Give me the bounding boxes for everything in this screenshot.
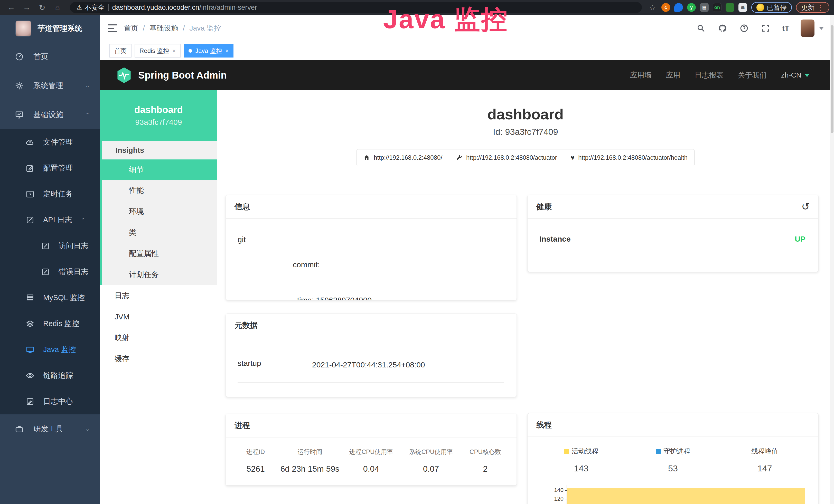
page-scrollbar[interactable]: [830, 15, 834, 504]
sidebar-item-api-logs[interactable]: API 日志 ⌃: [0, 207, 100, 233]
profile-paused-badge[interactable]: 已暂停: [751, 2, 792, 13]
avatar-caret-icon[interactable]: [819, 27, 824, 30]
sba-item-mappings[interactable]: 映射: [100, 327, 217, 348]
live-threads-area: [567, 488, 805, 504]
bookmark-star-icon[interactable]: ☆: [648, 3, 657, 12]
back-icon[interactable]: ←: [5, 3, 18, 12]
sidebar-item-log-center[interactable]: 日志中心: [0, 388, 100, 414]
sidebar-item-file-management[interactable]: 文件管理: [0, 129, 100, 155]
sidebar-item-scheduled-jobs[interactable]: 定时任务: [0, 181, 100, 207]
breadcrumb-infrastructure[interactable]: 基础设施: [150, 23, 178, 33]
breadcrumb-current: Java 监控: [190, 23, 221, 33]
navbar-tools: tT: [696, 20, 824, 37]
extension-icon-1[interactable]: c: [661, 3, 670, 12]
tag-home[interactable]: 首页: [109, 44, 132, 58]
locale-selector[interactable]: zh-CN: [781, 71, 810, 79]
sba-nav-applications[interactable]: 应用: [666, 70, 680, 80]
sidebar-item-home[interactable]: 首页: [0, 42, 100, 71]
sba-item-scheduled-tasks[interactable]: 计划任务: [102, 264, 217, 285]
legend-value: 143: [535, 463, 627, 474]
sidebar-item-dev-tools[interactable]: 研发工具 ⌄: [0, 414, 100, 443]
sba-item-details[interactable]: 细节: [102, 159, 217, 180]
extension-icon-6[interactable]: [726, 3, 734, 12]
instance-header[interactable]: dashboard 93a3fc7f7409: [100, 90, 217, 141]
font-size-icon[interactable]: tT: [782, 24, 789, 32]
forward-icon[interactable]: →: [20, 3, 34, 12]
home-icon[interactable]: ⌂: [51, 3, 64, 12]
puzzle-extensions-icon[interactable]: ☗: [739, 3, 747, 12]
health-url-chip[interactable]: ♥ http://192.168.0.2:48080/actuator/heal…: [564, 149, 695, 166]
timer-icon: [26, 190, 35, 199]
tag-label: 首页: [114, 47, 127, 55]
extension-icon-4[interactable]: ▦: [700, 3, 709, 12]
sidebar-item-redis-monitor[interactable]: Redis 监控: [0, 311, 100, 337]
legend-value: 53: [627, 463, 719, 474]
actuator-url-chip[interactable]: http://192.168.0.2:48080/actuator: [449, 149, 564, 166]
sba-nav-about[interactable]: 关于我们: [738, 70, 767, 80]
extension-icon-5[interactable]: on: [713, 3, 722, 12]
close-icon[interactable]: ×: [225, 47, 228, 54]
legend-label: 守护进程: [663, 447, 690, 456]
briefcase-icon: [15, 425, 24, 433]
sidebar-item-label: 错误日志: [59, 267, 88, 277]
reload-icon[interactable]: ↻: [36, 3, 49, 12]
sidebar-item-config-management[interactable]: 配置管理: [0, 155, 100, 181]
sba-item-jvm[interactable]: JVM: [100, 306, 217, 327]
sba-item-environment[interactable]: 环境: [102, 201, 217, 222]
sidebar-item-label: 定时任务: [43, 189, 73, 199]
sidebar-item-error-logs[interactable]: 错误日志: [0, 259, 100, 285]
sidebar-item-label: 日志中心: [43, 396, 73, 407]
tag-redis-monitor[interactable]: Redis 监控 ×: [135, 44, 180, 58]
extension-icon-2[interactable]: [674, 3, 683, 12]
chevron-down-icon: ⌄: [85, 426, 90, 432]
process-value-pid: 5261: [232, 464, 279, 474]
fullscreen-icon[interactable]: [761, 23, 771, 33]
health-row-label: Instance: [540, 235, 571, 244]
sba-item-config-props[interactable]: 配置属性: [102, 243, 217, 264]
sba-item-caches[interactable]: 缓存: [100, 348, 217, 369]
extension-icon-3[interactable]: y: [687, 3, 696, 12]
sidebar-item-infrastructure[interactable]: 基础设施 ⌃: [0, 100, 100, 129]
endpoint-chips: http://192.168.0.2:48080/ http://192.168…: [217, 149, 834, 166]
sidebar-item-java-monitor[interactable]: Java 监控: [0, 337, 100, 363]
github-icon[interactable]: [717, 23, 728, 33]
infrastructure-submenu: 文件管理 配置管理 定时任务 API 日志 ⌃ 访问日志: [0, 129, 100, 414]
hamburger-icon[interactable]: [108, 24, 117, 32]
threads-area-chart: 140 120 100: [528, 484, 818, 504]
sidebar-item-system[interactable]: 系统管理 ⌄: [0, 71, 100, 100]
search-icon[interactable]: [696, 23, 706, 33]
chip-url: http://192.168.0.2:48080/actuator/health: [578, 154, 687, 161]
legend-value: 147: [719, 463, 811, 474]
sba-nav-wallboard[interactable]: 应用墙: [630, 70, 652, 80]
sba-nav-journal[interactable]: 日志报表: [695, 70, 724, 80]
gear-icon: [15, 82, 24, 90]
sba-item-logging[interactable]: 日志: [100, 285, 217, 306]
breadcrumb-home[interactable]: 首页: [124, 23, 138, 33]
chrome-update-button[interactable]: 更新 ⋮: [796, 2, 829, 13]
legend-label: 活动线程: [572, 447, 598, 456]
close-icon[interactable]: ×: [172, 47, 176, 54]
app-logo-row[interactable]: 芋道管理系统: [0, 15, 100, 42]
sidebar-item-mysql-monitor[interactable]: MySQL 监控: [0, 285, 100, 311]
user-avatar[interactable]: [800, 20, 814, 37]
annotation-overlay: Java 监控: [383, 2, 508, 37]
sba-item-classes[interactable]: 类: [102, 222, 217, 243]
sidebar-item-tracing[interactable]: 链路追踪: [0, 363, 100, 388]
address-bar[interactable]: ⚠ 不安全 dashboard.yudao.iocoder.cn/infra/a…: [70, 2, 642, 13]
process-header-uptime: 运行时间: [279, 448, 340, 456]
chip-url: http://192.168.0.2:48080/: [374, 154, 442, 161]
metadata-startup-row: startup 2021-04-27T00:44:31.254+08:00: [238, 359, 504, 383]
y-axis-tick: 120: [546, 496, 564, 502]
scrollbar-thumb[interactable]: [831, 25, 833, 133]
tag-java-monitor[interactable]: Java 监控 ×: [184, 44, 234, 58]
spring-boot-admin-logo: [117, 67, 132, 84]
sidebar-item-access-logs[interactable]: 访问日志: [0, 233, 100, 259]
service-url-chip[interactable]: http://192.168.0.2:48080/: [356, 149, 449, 166]
sidebar-item-label: 首页: [34, 52, 90, 62]
sba-item-metrics[interactable]: 性能: [102, 180, 217, 201]
app-title: 芋道管理系统: [38, 23, 82, 33]
browser-menu-icon[interactable]: ⋮: [817, 3, 824, 12]
help-icon[interactable]: [739, 23, 749, 33]
history-icon[interactable]: ↺: [802, 202, 810, 211]
breadcrumb: 首页 / 基础设施 / Java 监控: [124, 23, 221, 33]
